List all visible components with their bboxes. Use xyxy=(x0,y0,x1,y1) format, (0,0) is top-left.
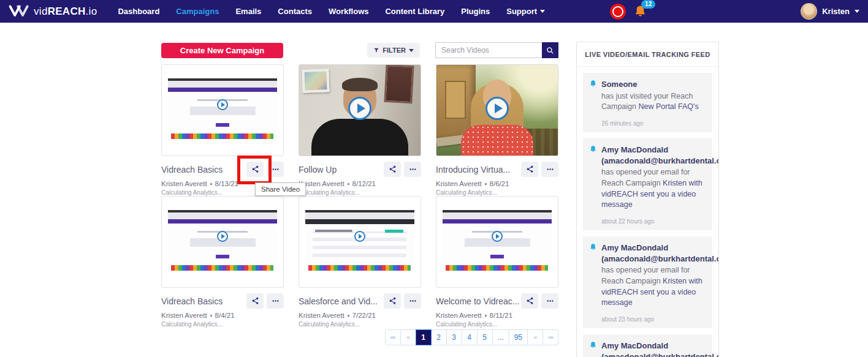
nav-item-support[interactable]: Support xyxy=(506,7,545,16)
nav-item-dashboard[interactable]: Dashboard xyxy=(118,7,159,16)
brand-logo[interactable]: vidREACH.io xyxy=(9,4,97,19)
pagination-page-4[interactable]: 4 xyxy=(462,329,478,345)
pagination-page-5[interactable]: 5 xyxy=(477,329,493,345)
share-button[interactable] xyxy=(521,293,538,309)
nav-item-emails[interactable]: Emails xyxy=(235,7,261,16)
pagination-next-button[interactable]: » xyxy=(527,329,543,345)
nav-item-content-library[interactable]: Content Library xyxy=(385,7,444,16)
filter-button[interactable]: FILTER xyxy=(367,43,420,58)
play-icon[interactable] xyxy=(348,97,371,120)
share-icon xyxy=(389,297,397,305)
video-date: 8/12/21 xyxy=(352,180,376,187)
play-icon[interactable] xyxy=(485,97,509,120)
share-button[interactable] xyxy=(384,162,401,177)
pagination-page-3[interactable]: 3 xyxy=(446,329,462,345)
video-card: Follow Up Kristen Averett8/12/21 Calcula… xyxy=(299,64,421,196)
chevron-down-icon xyxy=(409,49,414,52)
pagination-page-2[interactable]: 2 xyxy=(431,329,447,345)
record-video-button[interactable] xyxy=(610,4,626,20)
ellipsis-icon xyxy=(546,165,554,173)
feed-entry[interactable]: Someone has just visited your Reach Camp… xyxy=(583,73,712,132)
more-options-button[interactable] xyxy=(267,162,284,177)
nav-links: Dashboard Campaigns Emails Contacts Work… xyxy=(118,7,545,16)
pagination-page-95[interactable]: 95 xyxy=(509,329,528,345)
user-menu[interactable]: Kristen xyxy=(801,3,859,20)
video-title: Introducing Virtua... xyxy=(436,165,521,175)
search-icon xyxy=(546,47,554,54)
video-date: 7/22/21 xyxy=(352,312,376,319)
nav-item-support-label: Support xyxy=(506,7,537,16)
avatar xyxy=(801,3,817,20)
author-name: Kristen Averett xyxy=(161,180,207,187)
video-card-grid: Vidreach Basics Share Video Kristen Aver… xyxy=(161,64,558,328)
create-new-campaign-button[interactable]: Create New Campaign xyxy=(161,43,283,58)
pagination-first-button[interactable]: «« xyxy=(385,329,401,345)
thumbnail-photo-art xyxy=(384,64,414,103)
play-icon[interactable] xyxy=(217,231,228,242)
feed-entry[interactable]: Amy MacDondald (amacdonald@burkhartdenta… xyxy=(583,138,712,230)
search-button[interactable] xyxy=(542,42,558,58)
pagination-prev-button[interactable]: « xyxy=(400,329,416,345)
feed-entry-link[interactable]: New Portal FAQ's xyxy=(638,102,698,111)
video-title: Salesforce and Vid... xyxy=(299,296,384,306)
feed-entry-name[interactable]: Amy MacDondald (amacdonald@burkhartdenta… xyxy=(601,145,706,166)
feed-entry-name[interactable]: Amy MacDondald (amacdonald@burkhartdenta… xyxy=(601,242,706,264)
share-button[interactable] xyxy=(521,162,538,177)
more-options-button[interactable] xyxy=(404,293,421,309)
video-thumbnail[interactable] xyxy=(436,64,558,156)
share-icon xyxy=(251,165,259,173)
share-button[interactable] xyxy=(384,293,401,309)
share-icon xyxy=(251,297,259,305)
nav-item-plugins[interactable]: Plugins xyxy=(461,7,490,16)
thumbnail-photo-art xyxy=(302,69,329,93)
video-search xyxy=(435,42,558,58)
analytics-status: Calculating Analytics... xyxy=(436,321,558,328)
search-input[interactable] xyxy=(435,42,542,58)
video-thumbnail[interactable] xyxy=(299,196,421,288)
share-icon xyxy=(389,165,397,173)
tracking-feed-title: LIVE VIDEO/EMAIL TRACKING FEED xyxy=(577,42,718,67)
nav-item-campaigns[interactable]: Campaigns xyxy=(176,7,219,16)
navbar-right: 12 Kristen xyxy=(610,3,859,20)
video-thumbnail[interactable] xyxy=(161,64,284,156)
more-options-button[interactable] xyxy=(541,293,558,309)
share-icon xyxy=(526,297,534,305)
more-options-button[interactable] xyxy=(404,162,421,177)
share-icon xyxy=(526,165,534,173)
video-date: 8/6/21 xyxy=(490,180,509,187)
pagination-ellipsis[interactable]: ... xyxy=(492,329,509,345)
more-options-button[interactable] xyxy=(267,293,284,309)
more-options-button[interactable] xyxy=(541,162,558,177)
feed-entry-text: has opened your email for Reach Campaign… xyxy=(601,167,706,211)
dot-separator xyxy=(485,183,487,185)
pagination-page-1[interactable]: 1 xyxy=(416,329,432,345)
card-actions xyxy=(246,293,284,309)
video-author-line: Kristen Averett8/12/21 xyxy=(299,180,421,187)
play-icon[interactable] xyxy=(492,231,503,242)
filter-label: FILTER xyxy=(383,47,406,54)
video-author-line: Kristen Averett8/4/21 xyxy=(161,312,284,319)
video-thumbnail[interactable] xyxy=(299,64,421,156)
feed-entry-name[interactable]: Someone xyxy=(601,79,706,90)
feed-entry[interactable]: Amy MacDondald (amacdonald@burkhartdenta… xyxy=(583,334,712,357)
pagination-last-button[interactable]: »» xyxy=(542,329,558,345)
video-thumbnail[interactable] xyxy=(436,196,558,288)
tracking-feed-list[interactable]: Someone has just visited your Reach Camp… xyxy=(577,67,718,357)
play-icon[interactable] xyxy=(354,231,365,242)
share-button[interactable] xyxy=(246,162,264,177)
analytics-status: Calculating Analytics... xyxy=(161,321,284,328)
vidreach-logo-icon xyxy=(9,4,29,19)
feed-entry[interactable]: Amy MacDondald (amacdonald@burkhartdenta… xyxy=(583,236,712,328)
share-button[interactable] xyxy=(246,293,264,309)
video-thumbnail[interactable] xyxy=(161,196,284,288)
pagination: «« « 1 2 3 4 5 ... 95 » »» xyxy=(161,329,558,345)
feed-entry-name[interactable]: Amy MacDondald (amacdonald@burkhartdenta… xyxy=(601,340,706,357)
card-actions: Share Video xyxy=(246,162,284,177)
bell-icon xyxy=(589,341,597,349)
notifications-button[interactable]: 12 xyxy=(633,4,647,18)
play-icon[interactable] xyxy=(217,99,228,110)
video-card: Welcome to Vidreac... Kristen Averett8/1… xyxy=(436,196,558,328)
ellipsis-icon xyxy=(272,297,280,305)
nav-item-workflows[interactable]: Workflows xyxy=(329,7,369,16)
nav-item-contacts[interactable]: Contacts xyxy=(278,7,312,16)
